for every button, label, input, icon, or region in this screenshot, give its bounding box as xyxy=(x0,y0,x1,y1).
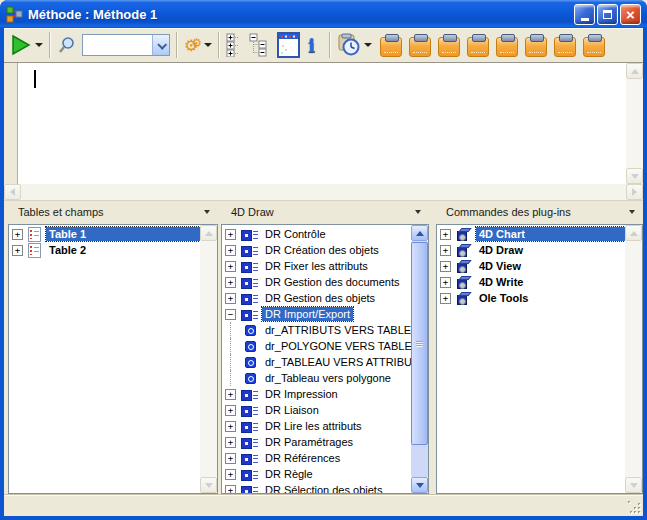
header-dropdown-arrow[interactable] xyxy=(204,210,210,214)
expander-icon[interactable]: + xyxy=(225,389,236,400)
scroll-up-button[interactable] xyxy=(626,63,643,79)
expander-icon[interactable]: + xyxy=(225,453,236,464)
run-method-button[interactable] xyxy=(10,34,43,56)
tree-item[interactable]: +DR Création des objets xyxy=(222,242,411,258)
expander-icon[interactable]: + xyxy=(225,469,236,480)
tree-item-label[interactable]: 4D Chart xyxy=(476,227,625,241)
clipboard-button-8[interactable] xyxy=(583,37,605,57)
expander-icon[interactable]: + xyxy=(225,437,236,448)
tree-item-label[interactable]: DR Import/Export xyxy=(262,307,353,321)
tree-item-label[interactable]: 4D Draw xyxy=(476,243,625,257)
panel-header-plugins[interactable]: Commandes des plug-ins xyxy=(436,200,643,224)
scroll-up-button[interactable] xyxy=(625,225,642,241)
expand-all-button[interactable] xyxy=(226,33,241,57)
clipboard-button-6[interactable] xyxy=(525,37,547,57)
scrollbar-thumb[interactable] xyxy=(411,242,428,445)
collapse-all-button[interactable] xyxy=(249,33,269,57)
tree-item-label[interactable]: DR Gestion des objets xyxy=(262,291,378,305)
combo-dropdown-button[interactable] xyxy=(152,35,169,55)
timer-button[interactable] xyxy=(337,33,372,57)
expander-icon[interactable]: + xyxy=(225,421,236,432)
tree-item-label[interactable]: DR Lire les attributs xyxy=(262,419,365,433)
tree-item-label[interactable]: DR Fixer les attributs xyxy=(262,259,371,273)
tree-item[interactable]: +DR Gestion des objets xyxy=(222,290,411,306)
clipboard-button-7[interactable] xyxy=(554,37,576,57)
search-input[interactable] xyxy=(83,35,152,55)
tree-item-label[interactable]: 4D View xyxy=(476,259,625,273)
editor-hscrollbar[interactable] xyxy=(4,184,643,201)
tree-item[interactable]: +4D Draw xyxy=(437,242,625,258)
tree-item-label[interactable]: DR Références xyxy=(262,451,343,465)
expander-icon[interactable]: + xyxy=(225,293,236,304)
method-properties-button[interactable] xyxy=(277,32,300,58)
tree-item[interactable]: +DR Gestion des documents xyxy=(222,274,411,290)
tree-item[interactable]: −DR Import/Export xyxy=(222,306,411,322)
expander-icon[interactable]: + xyxy=(440,229,451,240)
clipboard-button-3[interactable] xyxy=(438,37,460,57)
table-row[interactable]: + Table 1 xyxy=(9,226,200,242)
tree-item[interactable]: dr_Tableau vers polygone xyxy=(222,370,411,386)
tree-item[interactable]: +DR Sélection des objets xyxy=(222,482,411,493)
expander-icon[interactable]: + xyxy=(225,277,236,288)
tree-item[interactable]: dr_ATTRIBUTS VERS TABLEAU xyxy=(222,322,411,338)
scroll-left-button[interactable] xyxy=(4,184,21,200)
scroll-down-button[interactable] xyxy=(625,477,642,493)
scroll-down-button[interactable] xyxy=(200,477,217,493)
tree-item-label[interactable]: DR Liaison xyxy=(262,403,322,417)
tree-item-label[interactable]: DR Gestion des documents xyxy=(262,275,403,289)
tree-item[interactable]: +DR Paramétrages xyxy=(222,434,411,450)
search-button[interactable] xyxy=(57,36,76,55)
tree-item-label[interactable]: dr_TABLEAU VERS ATTRIBUT xyxy=(262,355,411,369)
clipboard-button-4[interactable] xyxy=(467,37,489,57)
tree-item[interactable]: +4D Write xyxy=(437,274,625,290)
expander-icon[interactable]: − xyxy=(225,309,236,320)
tree-item[interactable]: dr_TABLEAU VERS ATTRIBUT xyxy=(222,354,411,370)
expander-icon[interactable]: + xyxy=(12,245,23,256)
expander-icon[interactable]: + xyxy=(12,229,23,240)
expander-icon[interactable]: + xyxy=(440,277,451,288)
table-label[interactable]: Table 1 xyxy=(46,227,200,241)
clipboard-button-5[interactable] xyxy=(496,37,518,57)
expander-icon[interactable]: + xyxy=(225,245,236,256)
scroll-down-button[interactable] xyxy=(411,477,428,493)
scrollbar-track[interactable] xyxy=(200,241,217,477)
expander-icon[interactable]: + xyxy=(225,485,236,494)
tree-item-label[interactable]: dr_Tableau vers polygone xyxy=(262,371,394,385)
scroll-right-button[interactable] xyxy=(626,184,643,200)
panel-header-4d-draw[interactable]: 4D Draw xyxy=(221,200,429,224)
tree-item[interactable]: +Ole Tools xyxy=(437,290,625,306)
header-dropdown-arrow[interactable] xyxy=(415,210,421,214)
tree-item-label[interactable]: dr_ATTRIBUTS VERS TABLEAU xyxy=(262,323,411,337)
tree-item[interactable]: +DR Contrôle xyxy=(222,226,411,242)
run-dropdown-arrow[interactable] xyxy=(35,43,43,47)
tree-item[interactable]: +DR Références xyxy=(222,450,411,466)
expander-icon[interactable]: + xyxy=(440,261,451,272)
tree-item[interactable]: +DR Lire les attributs xyxy=(222,418,411,434)
panel-header-tables[interactable]: Tables et champs xyxy=(8,200,218,224)
code-editor[interactable] xyxy=(4,62,643,184)
minimize-button[interactable] xyxy=(574,4,595,25)
tree-item[interactable]: +DR Impression xyxy=(222,386,411,402)
4d-draw-scrollbar[interactable] xyxy=(411,225,428,493)
search-combobox[interactable] xyxy=(82,34,170,56)
tree-item-label[interactable]: DR Règle xyxy=(262,467,316,481)
clipboard-button-1[interactable] xyxy=(380,37,402,57)
expander-icon[interactable]: + xyxy=(225,261,236,272)
tree-item-label[interactable]: Ole Tools xyxy=(476,291,625,305)
tree-item-label[interactable]: DR Impression xyxy=(262,387,341,401)
expander-icon[interactable]: + xyxy=(440,245,451,256)
editor-vscrollbar[interactable] xyxy=(626,63,643,184)
resize-grip[interactable] xyxy=(628,501,640,513)
macros-button[interactable]: ⚙⚙ xyxy=(184,37,212,54)
maximize-button[interactable] xyxy=(597,4,618,25)
scroll-up-button[interactable] xyxy=(411,225,428,241)
tree-item-label[interactable]: DR Création des objets xyxy=(262,243,382,257)
tables-scrollbar[interactable] xyxy=(200,225,217,493)
tree-item-label[interactable]: DR Sélection des objets xyxy=(262,483,385,493)
expander-icon[interactable]: + xyxy=(225,405,236,416)
tree-item-label[interactable]: DR Paramétrages xyxy=(262,435,356,449)
table-label[interactable]: Table 2 xyxy=(46,243,200,257)
scroll-down-button[interactable] xyxy=(626,168,643,184)
scroll-up-button[interactable] xyxy=(200,225,217,241)
tree-item[interactable]: +DR Liaison xyxy=(222,402,411,418)
